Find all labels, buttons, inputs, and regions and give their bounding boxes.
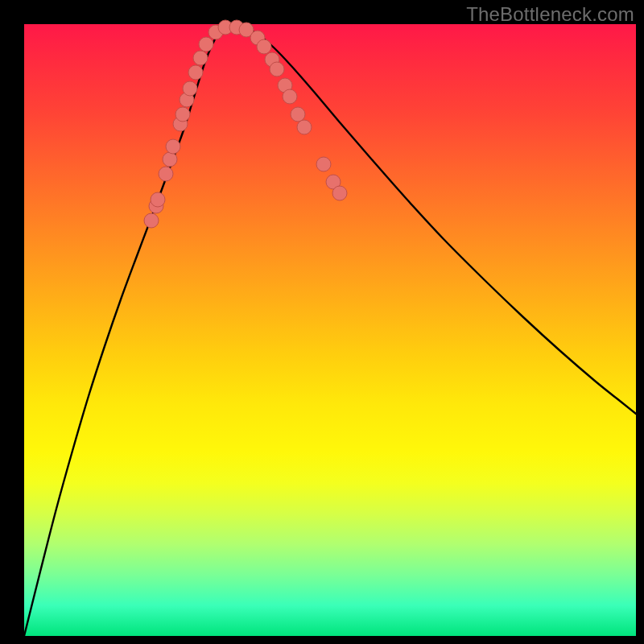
watermark-text: TheBottleneck.com	[466, 3, 634, 26]
data-dot	[151, 192, 165, 207]
data-dot	[193, 51, 208, 65]
bottleneck-curve	[24, 26, 636, 636]
data-dot	[332, 186, 347, 200]
data-dot	[163, 152, 177, 167]
data-dot	[199, 37, 213, 52]
data-dot	[283, 89, 297, 104]
data-dot	[316, 157, 331, 171]
data-dot	[175, 107, 190, 122]
data-dot	[144, 213, 159, 228]
data-dot	[183, 81, 197, 96]
data-dot	[166, 139, 180, 154]
data-dot	[270, 62, 284, 76]
data-dot	[188, 65, 203, 80]
curve-svg	[24, 24, 636, 636]
data-dot	[257, 39, 271, 54]
data-dot	[291, 107, 305, 122]
chart-frame: TheBottleneck.com	[0, 0, 644, 644]
plot-area	[24, 24, 636, 636]
data-dot	[159, 167, 173, 181]
dots-group	[144, 20, 347, 228]
data-dot	[297, 120, 312, 134]
